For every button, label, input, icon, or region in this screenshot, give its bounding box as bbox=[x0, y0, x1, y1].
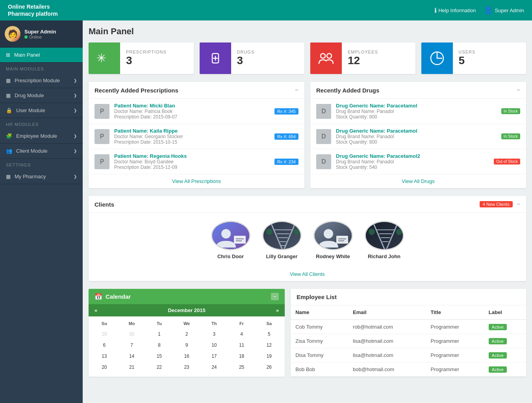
brand-title: Online Retailers Pharmacy platform bbox=[8, 3, 58, 17]
drug-stock: Stock Quantity: 800 bbox=[336, 139, 497, 145]
calendar-day-cell[interactable]: 24 bbox=[200, 362, 228, 373]
client-avatar-richard bbox=[365, 221, 404, 250]
calendar-day-cell[interactable]: 18 bbox=[228, 351, 256, 362]
table-row[interactable]: Cob Tommy rob@hotmail.com Programmer Act… bbox=[291, 320, 526, 334]
drug-item[interactable]: D Drug Generic Name: Paracetamol Drug Br… bbox=[310, 99, 526, 124]
calendar-day-cell[interactable]: 5 bbox=[255, 329, 283, 340]
calendar-day-cell[interactable]: 16 bbox=[173, 351, 200, 362]
topbar-right: ℹ Help Information 👤 Super Admin bbox=[434, 6, 524, 15]
calendar-day-cell[interactable]: 15 bbox=[145, 351, 173, 362]
drug-item[interactable]: D Drug Generic Name: Paracetamol2 Drug B… bbox=[310, 149, 526, 174]
calendar-next-button[interactable]: » bbox=[276, 307, 279, 313]
table-header-row: Name Email Title Label bbox=[291, 305, 526, 320]
minimize-icon[interactable]: − bbox=[517, 201, 520, 208]
hr-modules-label: HR MODULES bbox=[0, 118, 83, 129]
clients-panel: Clients 4 New Clients − bbox=[89, 196, 526, 281]
stat-value: 12 bbox=[348, 54, 378, 67]
calendar-day-cell[interactable]: 20 bbox=[91, 362, 118, 373]
svg-point-9 bbox=[221, 229, 231, 238]
view-all-prescriptions[interactable]: View All Prescriptions bbox=[89, 174, 304, 188]
calendar-day-cell[interactable]: 8 bbox=[145, 340, 173, 351]
calendar-day-cell[interactable]: 9 bbox=[173, 340, 200, 351]
employee-email: lisa@hotmail.com bbox=[348, 334, 426, 348]
calendar-day-cell[interactable]: 19 bbox=[255, 351, 283, 362]
help-label: Help Information bbox=[438, 7, 476, 13]
drug-item[interactable]: D Drug Generic Name: Paracetamol Drug Br… bbox=[310, 124, 526, 149]
client-name-rodney: Rodney White bbox=[316, 253, 350, 259]
calendar-day-cell[interactable]: 23 bbox=[173, 362, 200, 373]
svg-text:✳: ✳ bbox=[96, 52, 106, 65]
status-dot bbox=[24, 35, 28, 39]
calendar-day-cell[interactable]: 2 bbox=[173, 329, 200, 340]
sidebar-item-pharmacy[interactable]: ▦ My Pharmacy ❯ bbox=[0, 169, 83, 184]
calendar-day-cell[interactable]: 17 bbox=[200, 351, 228, 362]
calendar-day-cell[interactable]: 22 bbox=[145, 362, 173, 373]
calendar-minimize-button[interactable]: − bbox=[271, 293, 279, 300]
view-all-drugs[interactable]: View All Drugs bbox=[310, 174, 526, 188]
drugs-panel-header: Recently Added Drugs − bbox=[310, 82, 526, 99]
calendar-day-cell[interactable]: 14 bbox=[118, 351, 146, 362]
calendar-day-cell[interactable]: 21 bbox=[118, 362, 146, 373]
prescription-item[interactable]: P Patient Name: Micki Blan Doctor Name: … bbox=[89, 99, 304, 124]
calendar-day-cell[interactable]: 12 bbox=[255, 340, 283, 351]
stat-cards: ✳ PRESCRIPTIONS 3 DRUGS 3 bbox=[89, 43, 526, 74]
table-row[interactable]: Bob Bob bob@hotmail.com Programmer Activ… bbox=[291, 362, 526, 377]
help-info[interactable]: ℹ Help Information bbox=[434, 7, 476, 14]
employee-stat-info: EMPLOYEES 12 bbox=[342, 46, 384, 71]
minimize-icon[interactable]: − bbox=[295, 87, 298, 94]
presc-info: Patient Name: Micki Blan Doctor Name: Pa… bbox=[114, 103, 270, 120]
prescription-icon: ▦ bbox=[6, 78, 11, 83]
calendar-prev-button[interactable]: « bbox=[95, 307, 97, 313]
calendar-day-cell[interactable]: 30 bbox=[118, 329, 146, 340]
sidebar-item-label: My Pharmacy bbox=[15, 174, 46, 179]
sidebar-item-user[interactable]: 🔒 User Module ❯ bbox=[0, 103, 83, 118]
stat-card-employees: EMPLOYEES 12 bbox=[310, 43, 415, 74]
calendar-day-cell[interactable]: 29 bbox=[91, 329, 118, 340]
calendar-day-cell[interactable]: 3 bbox=[200, 329, 228, 340]
svg-point-23 bbox=[294, 229, 300, 235]
user-info: Super Admin Online bbox=[24, 29, 56, 39]
client-item-richard[interactable]: Richard John bbox=[365, 221, 404, 259]
minimize-icon[interactable]: − bbox=[517, 87, 520, 94]
stat-card-users: USERS 5 bbox=[421, 43, 526, 74]
calendar-day-cell[interactable]: 6 bbox=[91, 340, 118, 351]
client-item-lilly[interactable]: Lilly Granger bbox=[262, 221, 302, 259]
view-all-clients[interactable]: View All Clients bbox=[89, 267, 526, 281]
admin-info[interactable]: 👤 Super Admin bbox=[484, 6, 524, 15]
stat-label: PRESCRIPTIONS bbox=[126, 50, 167, 54]
presc-info: Patient Name: Regenia Hooks Doctor Name:… bbox=[114, 153, 270, 170]
chevron-right-icon: ❯ bbox=[74, 78, 77, 83]
calendar-day-cell[interactable]: 26 bbox=[255, 362, 283, 373]
client-avatar-chris bbox=[211, 221, 250, 250]
sidebar-item-client[interactable]: 👥 Client Module ❯ bbox=[0, 144, 83, 159]
sidebar-user: 🧑 Super Admin Online bbox=[0, 20, 83, 48]
prescription-stat-info: PRESCRIPTIONS 3 bbox=[120, 46, 172, 71]
drugs-panel: Recently Added Drugs − D Drug Generic Na… bbox=[310, 82, 526, 188]
calendar-day-cell[interactable]: 4 bbox=[228, 329, 256, 340]
stat-label: USERS bbox=[459, 50, 476, 54]
clients-panel-title: Clients bbox=[95, 201, 114, 208]
sidebar-item-prescription[interactable]: ▦ Prescription Module ❯ bbox=[0, 73, 83, 88]
calendar-day-cell[interactable]: 13 bbox=[91, 351, 118, 362]
calendar-day-cell[interactable]: 1 bbox=[145, 329, 173, 340]
prescription-item[interactable]: P Patient Name: Regenia Hooks Doctor Nam… bbox=[89, 149, 304, 174]
calendar-day-cell[interactable]: 11 bbox=[228, 340, 256, 351]
calendar-day-cell[interactable]: 7 bbox=[118, 340, 146, 351]
calendar-day-cell[interactable]: 10 bbox=[200, 340, 228, 351]
table-row[interactable]: Zisa Tommy lisa@hotmail.com Programmer A… bbox=[291, 334, 526, 348]
employee-title: Programmer bbox=[426, 334, 484, 348]
employee-table-head: Name Email Title Label bbox=[291, 305, 526, 320]
sidebar-item-employee[interactable]: 🧩 Employee Module ❯ bbox=[0, 129, 83, 144]
calendar-day-cell[interactable]: 25 bbox=[228, 362, 256, 373]
sidebar-item-drug[interactable]: ▦ Drug Module ❯ bbox=[0, 88, 83, 103]
drug-icon: ▦ bbox=[6, 92, 11, 98]
client-item-chris[interactable]: Chris Door bbox=[211, 221, 250, 259]
client-item-rodney[interactable]: Rodney White bbox=[313, 221, 353, 259]
table-row[interactable]: Disa Tommy lisa@hotmail.com Programmer A… bbox=[291, 348, 526, 362]
employee-table-body: Cob Tommy rob@hotmail.com Programmer Act… bbox=[291, 320, 526, 377]
prescription-item[interactable]: P Patient Name: Kaila Rippe Doctor Name:… bbox=[89, 124, 304, 149]
sidebar-item-main-panel[interactable]: ⊞ Main Panel bbox=[0, 48, 83, 63]
employee-panel-header: Employee List bbox=[291, 289, 526, 305]
avatar: 🧑 bbox=[5, 26, 20, 42]
presc-date: Prescription Date: 2015-09-07 bbox=[114, 114, 270, 120]
